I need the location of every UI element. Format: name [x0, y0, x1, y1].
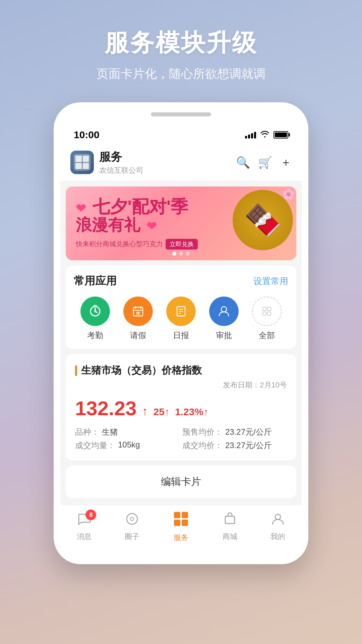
- add-icon[interactable]: ＋: [280, 155, 292, 170]
- dot-3: [186, 252, 190, 256]
- svg-rect-13: [267, 307, 271, 311]
- svg-rect-21: [182, 520, 188, 526]
- leave-icon: 休: [123, 297, 153, 326]
- app-title-group: 服务 农信互联公司: [99, 149, 236, 175]
- shop-icon: [223, 512, 237, 530]
- app-header: 服务 农信互联公司 🔍 🛒 ＋: [60, 144, 302, 181]
- banner-cta: 快来积分商城兑换心型巧克力 立即兑换: [76, 239, 206, 250]
- bottom-nav: 8 消息 圈子: [60, 505, 302, 551]
- all-icon: [252, 297, 282, 326]
- svg-point-17: [130, 517, 134, 521]
- service-label: 服务: [174, 533, 188, 543]
- banner[interactable]: ❤ 七夕'配对'季 浪漫有礼 ❤ 快来积分商城兑换心型巧克力 立即兑换 🍫 🌸: [66, 186, 296, 260]
- app-item-leave[interactable]: 休 请假: [121, 297, 155, 341]
- common-apps-card: 常用应用 设置常用 考勤: [66, 266, 296, 349]
- attendance-icon: [80, 297, 110, 326]
- section-title: 常用应用: [74, 274, 117, 288]
- nav-item-circle[interactable]: 圈子: [125, 512, 139, 542]
- price-change2: 1.23%↑: [175, 406, 208, 418]
- circle-icon: [125, 512, 139, 530]
- page-subtitle: 页面卡片化，随心所欲想调就调: [97, 66, 265, 82]
- detail-volume: 成交均量： 105kg: [75, 440, 180, 451]
- all-label: 全部: [259, 330, 275, 341]
- svg-point-1: [94, 310, 96, 312]
- flower-decoration: 🌸: [282, 188, 295, 200]
- messages-badge: 8: [85, 509, 96, 520]
- svg-rect-12: [263, 307, 266, 311]
- approve-icon: [209, 297, 239, 326]
- banner-image: 🍫 🌸: [216, 186, 296, 260]
- wifi-icon: [260, 130, 269, 140]
- market-title: 生猪市场（交易）价格指数: [81, 364, 202, 377]
- attendance-label: 考勤: [87, 330, 103, 341]
- daily-icon: [166, 297, 196, 326]
- svg-rect-15: [267, 312, 271, 315]
- section-header: 常用应用 设置常用: [74, 274, 288, 288]
- market-indicator: [75, 365, 77, 376]
- banner-text: ❤ 七夕'配对'季 浪漫有礼 ❤ 快来积分商城兑换心型巧克力 立即兑换: [66, 189, 216, 258]
- market-card: 生猪市场（交易）价格指数 发布日期：2月10号 132.23 ↑ 25↑ 1.2…: [66, 354, 296, 460]
- service-icon: [173, 511, 189, 531]
- price-arrow: ↑: [142, 404, 148, 418]
- phone-notch: [151, 112, 211, 116]
- svg-rect-18: [174, 512, 180, 518]
- status-bar: 10:00: [60, 123, 302, 144]
- phone-screen: 10:00: [60, 123, 302, 551]
- apps-grid: 考勤 休 请假: [74, 297, 288, 341]
- app-item-all[interactable]: 全部: [250, 297, 284, 341]
- banner-subtitle: 浪漫有礼 ❤: [76, 216, 206, 234]
- app-item-attendance[interactable]: 考勤: [78, 297, 112, 341]
- page-title: 服务模块升级: [97, 27, 265, 59]
- cart-icon[interactable]: 🛒: [258, 156, 272, 169]
- approve-label: 审批: [216, 330, 232, 341]
- market-date: 发布日期：2月10号: [75, 380, 287, 390]
- banner-title: ❤ 七夕'配对'季: [76, 197, 206, 216]
- price-main: 132.23: [75, 397, 137, 420]
- nav-item-messages[interactable]: 8 消息: [77, 512, 92, 542]
- profile-label: 我的: [270, 532, 285, 542]
- search-icon[interactable]: 🔍: [236, 156, 250, 169]
- messages-label: 消息: [77, 532, 92, 542]
- svg-rect-19: [182, 512, 188, 518]
- section-action[interactable]: 设置常用: [253, 275, 288, 287]
- svg-rect-20: [174, 520, 180, 526]
- svg-point-11: [221, 307, 227, 312]
- page-header: 服务模块升级 页面卡片化，随心所欲想调就调: [97, 27, 265, 82]
- svg-point-16: [127, 514, 137, 524]
- market-header: 生猪市场（交易）价格指数: [75, 364, 287, 377]
- dot-2: [179, 252, 183, 256]
- daily-label: 日报: [173, 330, 189, 341]
- nav-item-service[interactable]: 服务: [173, 511, 189, 543]
- app-item-approve[interactable]: 审批: [207, 297, 241, 341]
- phone-mockup: 10:00: [54, 102, 308, 564]
- svg-point-23: [275, 514, 281, 520]
- detail-deal: 成交均价： 23.27元/公斤: [182, 440, 287, 451]
- app-name: 服务: [99, 149, 236, 165]
- svg-text:休: 休: [136, 311, 140, 316]
- nav-item-profile[interactable]: 我的: [270, 512, 285, 542]
- battery-icon: [274, 131, 288, 139]
- edit-card-button[interactable]: 编辑卡片: [66, 466, 296, 498]
- market-details: 品种： 生猪 预售均价： 23.27元/公斤 成交均量： 105kg 成交均价：…: [75, 427, 287, 451]
- banner-dots: [172, 252, 190, 256]
- app-logo: [70, 151, 94, 174]
- detail-presale: 预售均价： 23.27元/公斤: [182, 427, 287, 437]
- status-time: 10:00: [74, 129, 100, 141]
- market-price-row: 132.23 ↑ 25↑ 1.23%↑: [75, 397, 287, 420]
- nav-item-shop[interactable]: 商城: [223, 512, 237, 542]
- leave-label: 请假: [130, 330, 146, 341]
- dot-1: [172, 252, 176, 256]
- svg-rect-22: [225, 516, 235, 524]
- profile-icon: [270, 512, 285, 530]
- price-change1: 25↑: [154, 406, 170, 418]
- circle-label: 圈子: [125, 532, 139, 542]
- app-header-icons: 🔍 🛒 ＋: [236, 155, 292, 170]
- status-icons: [245, 130, 288, 140]
- messages-icon: 8: [77, 512, 92, 530]
- cta-action-btn[interactable]: 立即兑换: [166, 239, 198, 250]
- app-item-daily[interactable]: 日报: [164, 297, 198, 341]
- app-company: 农信互联公司: [99, 165, 236, 175]
- svg-rect-14: [263, 312, 266, 315]
- shop-label: 商城: [223, 532, 237, 542]
- detail-breed: 品种： 生猪: [75, 427, 180, 437]
